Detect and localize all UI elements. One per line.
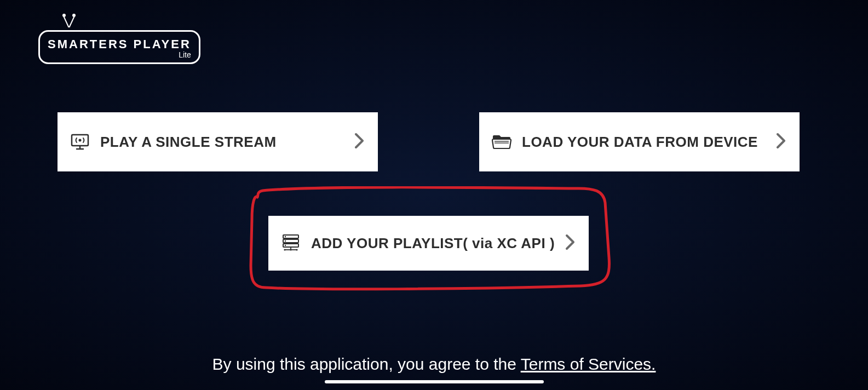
option-label: LOAD YOUR DATA FROM DEVICE	[522, 134, 775, 151]
play-single-stream-button[interactable]: PLAY A SINGLE STREAM	[58, 112, 378, 171]
svg-point-14	[284, 249, 285, 250]
terms-footer: By using this application, you agree to …	[0, 355, 868, 374]
load-from-device-button[interactable]: LOAD YOUR DATA FROM DEVICE	[479, 112, 800, 171]
home-indicator	[325, 380, 544, 383]
svg-point-10	[285, 240, 286, 242]
logo-sub: Lite	[48, 50, 191, 59]
svg-point-9	[285, 236, 286, 237]
add-playlist-xc-api-button[interactable]: ADD YOUR PLAYLIST( via XC API )	[268, 216, 589, 271]
broadcast-monitor-icon	[70, 133, 90, 151]
app-logo: SMARTERS PLAYER Lite	[38, 19, 181, 63]
terms-of-services-link[interactable]: Terms of Services.	[521, 355, 656, 373]
footer-prefix: By using this application, you agree to …	[212, 355, 521, 373]
server-stack-icon	[280, 234, 301, 252]
svg-point-1	[79, 139, 82, 142]
folder-icon	[491, 133, 512, 151]
svg-point-16	[296, 249, 297, 250]
logo-title: SMARTERS PLAYER	[48, 37, 191, 51]
svg-point-11	[285, 245, 286, 246]
chevron-right-icon	[354, 132, 365, 152]
svg-point-15	[290, 249, 291, 250]
chevron-right-icon	[775, 132, 786, 152]
chevron-right-icon	[565, 233, 576, 253]
option-label: PLAY A SINGLE STREAM	[100, 134, 354, 151]
option-label: ADD YOUR PLAYLIST( via XC API )	[311, 235, 565, 252]
